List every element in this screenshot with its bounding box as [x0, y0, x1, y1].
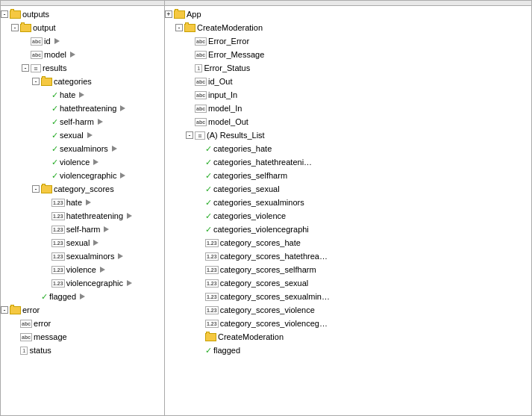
tree-item-flagged[interactable]: ✓flagged	[1, 290, 164, 303]
label-App: App	[187, 8, 201, 20]
tree-item-App[interactable]: +App	[165, 7, 531, 21]
label-category_scores_violence: category_scores_violence	[220, 304, 315, 316]
toggle-error[interactable]: -	[1, 306, 8, 314]
label-categories_selfharm: categories_selfharm	[213, 170, 287, 181]
label-input_In: input_In	[208, 89, 237, 101]
tree-item-category_scores_violence[interactable]: 1.23category_scores_violence	[165, 303, 531, 317]
icon-categories_sexualminors: ✓	[205, 198, 212, 207]
label-error2: error	[34, 317, 51, 329]
toggle-App[interactable]: +	[165, 10, 172, 18]
tree-item-categories_hatethreatening[interactable]: ✓categories_hatethreateni…	[165, 155, 531, 169]
tree-item-category_scores_sexual[interactable]: 1.23category_scores_sexual	[165, 276, 531, 290]
tree-item-categories_selfharm[interactable]: ✓categories_selfharm	[165, 169, 531, 182]
tree-item-Error_Message[interactable]: abcError_Message	[165, 48, 531, 61]
port-arrow-self-harm	[98, 119, 103, 125]
tree-item-error2[interactable]: abcerror	[1, 317, 164, 330]
tree-item-status[interactable]: 1status	[1, 344, 164, 357]
icon-hate: ✓	[51, 90, 58, 99]
tree-item-category_scores_violenceg[interactable]: 1.23category_scores_violenceg…	[165, 317, 531, 330]
tree-item-Results_List[interactable]: -≡(A) Results_List	[165, 128, 531, 142]
tree-item-sexual2[interactable]: 1.23sexual	[1, 236, 164, 249]
toggle-output[interactable]: -	[11, 24, 19, 31]
tree-item-output[interactable]: -output	[1, 21, 164, 34]
tree-item-Error_Status[interactable]: 1Error_Status	[165, 61, 531, 75]
icon-flagged: ✓	[41, 292, 48, 301]
tree-item-categories[interactable]: -categories	[1, 75, 164, 88]
icon-self-harm: ✓	[51, 117, 58, 126]
toggle-category_scores[interactable]: -	[32, 185, 40, 193]
toggle-outputs[interactable]: -	[1, 10, 8, 18]
tree-item-violence2[interactable]: 1.23violence	[1, 263, 164, 276]
label-message: message	[34, 331, 67, 343]
icon-violence2: 1.23	[51, 266, 65, 274]
toggle-CreateModeration[interactable]: -	[175, 24, 183, 31]
right-panel-body: +App-CreateModerationabcError_ErrorabcEr…	[165, 6, 531, 403]
icon-categories_violence: ✓	[205, 211, 212, 220]
tree-item-category_scores[interactable]: -category_scores	[1, 182, 164, 196]
label-hatethreatening2: hatethreatening	[66, 210, 123, 222]
tree-item-categories_violencegraphi[interactable]: ✓categories_violencegraphi	[165, 223, 531, 236]
tree-item-hate2[interactable]: 1.23hate	[1, 196, 164, 209]
tree-item-hatethreatening[interactable]: ✓hatethreatening	[1, 102, 164, 115]
port-arrow-self-harm2	[104, 226, 109, 232]
tree-item-category_scores_hate[interactable]: 1.23category_scores_hate	[165, 236, 531, 249]
tree-item-category_scores_hatethrea[interactable]: 1.23category_scores_hatethrea…	[165, 249, 531, 263]
tree-item-outputs[interactable]: -outputs	[1, 7, 164, 21]
label-categories: categories	[54, 75, 92, 87]
toggle-categories[interactable]: -	[32, 78, 40, 85]
tree-item-results[interactable]: -≡results	[1, 61, 164, 75]
tree-item-id_Out[interactable]: abcid_Out	[165, 75, 531, 88]
icon-Error_Error: abc	[195, 37, 207, 46]
icon-sexualminors2: 1.23	[51, 252, 65, 261]
label-hate2: hate	[66, 196, 82, 208]
tree-item-categories_violence[interactable]: ✓categories_violence	[165, 209, 531, 223]
icon-categories_hatethreatening: ✓	[205, 158, 212, 167]
tree-item-CreateModeration2[interactable]: CreateModeration	[165, 330, 531, 344]
icon-model: abc	[31, 51, 43, 59]
tree-item-self-harm[interactable]: ✓self-harm	[1, 115, 164, 128]
label-categories_hate: categories_hate	[213, 143, 272, 155]
tree-item-violencegraphic2[interactable]: 1.23violencegraphic	[1, 276, 164, 290]
tree-item-violence[interactable]: ✓violence	[1, 155, 164, 169]
label-categories_violencegraphi: categories_violencegraphi	[213, 223, 309, 235]
tree-item-categories_sexualminors[interactable]: ✓categories_sexualminors	[165, 196, 531, 209]
toggle-Results_List[interactable]: -	[186, 131, 193, 139]
icon-output	[20, 24, 31, 32]
label-violencegraphic2: violencegraphic	[66, 277, 123, 289]
tree-item-input_In[interactable]: abcinput_In	[165, 88, 531, 102]
left-panel-header	[1, 1, 164, 6]
tree-item-hatethreatening2[interactable]: 1.23hatethreatening	[1, 209, 164, 223]
tree-item-category_scores_selfharm[interactable]: 1.23category_scores_selfharm	[165, 263, 531, 276]
tree-item-hate[interactable]: ✓hate	[1, 88, 164, 102]
tree-item-category_scores_sexualmin[interactable]: 1.23category_scores_sexualmin…	[165, 290, 531, 303]
tree-item-self-harm2[interactable]: 1.23self-harm	[1, 223, 164, 236]
label-category_scores_violenceg: category_scores_violenceg…	[220, 317, 328, 329]
tree-item-model[interactable]: abcmodel	[1, 48, 164, 61]
tree-item-categories_hate[interactable]: ✓categories_hate	[165, 142, 531, 155]
tree-item-message[interactable]: abcmessage	[1, 330, 164, 344]
main-container: -outputs-outputabcidabcmodel-≡results-ca…	[0, 0, 532, 416]
tree-item-sexualminors2[interactable]: 1.23sexualminors	[1, 249, 164, 263]
icon-categories_selfharm: ✓	[205, 171, 212, 180]
toggle-results[interactable]: -	[22, 64, 29, 72]
tree-item-error[interactable]: -error	[1, 303, 164, 317]
icon-category_scores_hate: 1.23	[205, 239, 219, 247]
icon-hatethreatening2: 1.23	[51, 212, 65, 220]
icon-Results_List: ≡	[195, 131, 205, 140]
tree-item-sexual[interactable]: ✓sexual	[1, 128, 164, 142]
tree-item-violencegraphic[interactable]: ✓violencegraphic	[1, 169, 164, 182]
tree-item-id[interactable]: abcid	[1, 34, 164, 48]
icon-category_scores_violence: 1.23	[205, 306, 219, 314]
tree-item-Error_Error[interactable]: abcError_Error	[165, 34, 531, 48]
tree-item-model_Out[interactable]: abcmodel_Out	[165, 115, 531, 128]
tree-item-CreateModeration[interactable]: -CreateModeration	[165, 21, 531, 34]
port-arrow-flagged	[80, 294, 85, 299]
tree-item-flagged_r[interactable]: ✓flagged	[165, 344, 531, 357]
tree-item-sexualminors[interactable]: ✓sexualminors	[1, 142, 164, 155]
icon-violencegraphic2: 1.23	[51, 279, 65, 288]
label-self-harm2: self-harm	[66, 223, 101, 235]
tree-item-categories_sexual[interactable]: ✓categories_sexual	[165, 182, 531, 196]
label-Error_Status: Error_Status	[204, 62, 250, 74]
tree-item-model_In[interactable]: abcmodel_In	[165, 102, 531, 115]
label-Results_List: (A) Results_List	[207, 129, 265, 141]
